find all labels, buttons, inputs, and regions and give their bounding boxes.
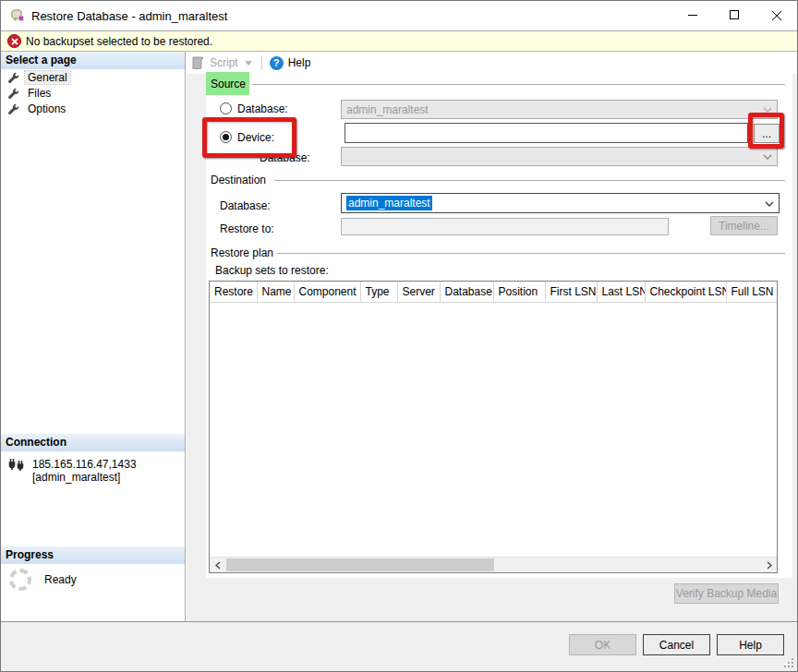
wrench-icon bbox=[7, 72, 19, 84]
sidebar-item-options[interactable]: Options bbox=[1, 102, 185, 116]
minimize-icon bbox=[688, 10, 698, 20]
dialog-content: Select a page General Files Options Conn… bbox=[1, 52, 797, 621]
source-group-line bbox=[252, 84, 785, 85]
connection-server: 185.165.116.47,1433 bbox=[32, 458, 137, 471]
sidebar-item-files[interactable]: Files bbox=[1, 86, 185, 101]
script-icon bbox=[191, 55, 205, 70]
destination-database-label: Database: bbox=[220, 199, 271, 212]
restore-plan-group-line bbox=[277, 253, 785, 254]
minimize-button[interactable] bbox=[672, 1, 714, 30]
backup-sets-table: Restore Name Component Type Server Datab… bbox=[210, 282, 778, 303]
progress-spinner-icon bbox=[9, 569, 31, 591]
help-toolbar-button[interactable]: Help bbox=[288, 56, 311, 69]
sidebar-item-label: Files bbox=[25, 87, 54, 100]
restore-plan-group-label: Restore plan bbox=[211, 246, 273, 259]
device-radio-annotation bbox=[202, 117, 296, 158]
horizontal-scrollbar[interactable] bbox=[210, 557, 777, 572]
toolbar: Script ? Help bbox=[187, 52, 797, 74]
script-dropdown-icon[interactable] bbox=[245, 61, 252, 66]
column-header[interactable]: Position bbox=[493, 282, 545, 303]
restore-to-input bbox=[341, 218, 669, 235]
destination-database-combo[interactable]: admin_maraltest bbox=[341, 193, 780, 213]
wrench-icon bbox=[7, 103, 19, 115]
source-database-label: Database: bbox=[237, 102, 288, 115]
scroll-left-arrow-icon[interactable] bbox=[210, 558, 225, 572]
column-header[interactable]: Server bbox=[397, 282, 440, 303]
timeline-button: Timeline... bbox=[710, 216, 778, 235]
wrench-icon bbox=[7, 88, 19, 100]
maximize-icon bbox=[730, 10, 740, 20]
destination-database-value: admin_maraltest bbox=[346, 196, 432, 210]
banner-message: No backupset selected to be restored. bbox=[26, 35, 212, 48]
chevron-down-icon bbox=[763, 154, 772, 160]
sidebar-item-general[interactable]: General bbox=[1, 70, 185, 85]
toolbar-separator bbox=[261, 55, 262, 70]
destination-group-line bbox=[274, 180, 785, 181]
scroll-right-arrow-icon[interactable] bbox=[761, 558, 777, 572]
progress-status: Ready bbox=[44, 573, 77, 586]
destination-group-label: Destination bbox=[211, 174, 266, 186]
titlebar[interactable]: Restore Database - admin_maraltest bbox=[1, 1, 797, 30]
sidebar-item-label: General bbox=[25, 71, 70, 84]
column-header[interactable]: Full LSN bbox=[726, 282, 778, 303]
progress-header: Progress bbox=[1, 546, 185, 564]
column-header[interactable]: Restore bbox=[210, 282, 257, 303]
resize-grip[interactable] bbox=[784, 658, 794, 668]
source-group-label: Source bbox=[211, 78, 246, 90]
close-icon bbox=[771, 10, 782, 21]
progress-section: Progress Ready bbox=[1, 546, 185, 564]
source-database-value: admin_maraltest bbox=[346, 103, 429, 116]
device-path-input[interactable] bbox=[345, 123, 748, 143]
source-device-database-combo bbox=[341, 147, 778, 166]
column-header[interactable]: Component bbox=[294, 282, 360, 303]
column-header[interactable]: Last LSN bbox=[597, 282, 645, 303]
column-header[interactable]: Name bbox=[257, 282, 294, 303]
maximize-button[interactable] bbox=[714, 1, 756, 30]
sidebar-item-label: Options bbox=[25, 102, 68, 115]
warning-banner: No backupset selected to be restored. bbox=[1, 30, 797, 52]
connection-header: Connection bbox=[1, 434, 185, 451]
error-icon bbox=[7, 34, 21, 48]
restore-database-dialog: Restore Database - admin_maraltest No ba… bbox=[0, 0, 798, 672]
server-connection-icon bbox=[8, 458, 25, 473]
column-header[interactable]: Database bbox=[440, 282, 493, 303]
backup-sets-grid[interactable]: Restore Name Component Type Server Datab… bbox=[209, 281, 778, 573]
sidebar: Select a page General Files Options Conn… bbox=[1, 52, 186, 621]
restore-database-icon bbox=[10, 8, 25, 23]
verify-backup-media-button: Verify Backup Media bbox=[674, 583, 779, 604]
ok-button: OK bbox=[569, 634, 636, 655]
connection-section: Connection 185.165.116.47,1433 [admin_ma… bbox=[1, 434, 185, 484]
window-title: Restore Database - admin_maraltest bbox=[31, 9, 227, 23]
scrollbar-thumb[interactable] bbox=[226, 558, 494, 571]
help-button[interactable]: Help bbox=[717, 634, 784, 655]
browse-button-annotation bbox=[748, 113, 784, 149]
script-button[interactable]: Script bbox=[210, 56, 238, 69]
source-database-combo: admin_maraltest bbox=[341, 100, 778, 119]
grid-header-row: Restore Name Component Type Server Datab… bbox=[210, 282, 778, 303]
close-button[interactable] bbox=[756, 1, 797, 30]
help-icon: ? bbox=[270, 56, 284, 70]
connection-database: [admin_maraltest] bbox=[32, 471, 137, 484]
column-header[interactable]: First LSN bbox=[545, 282, 597, 303]
source-database-radio[interactable] bbox=[220, 102, 232, 114]
chevron-down-icon[interactable] bbox=[765, 201, 774, 207]
backup-sets-caption: Backup sets to restore: bbox=[215, 264, 329, 277]
column-header[interactable]: Checkpoint LSN bbox=[645, 282, 726, 303]
footer: OK Cancel Help bbox=[1, 621, 797, 671]
restore-to-label: Restore to: bbox=[220, 222, 274, 235]
select-a-page-header: Select a page bbox=[1, 52, 185, 69]
cancel-button[interactable]: Cancel bbox=[643, 634, 710, 655]
column-header[interactable]: Type bbox=[360, 282, 397, 303]
